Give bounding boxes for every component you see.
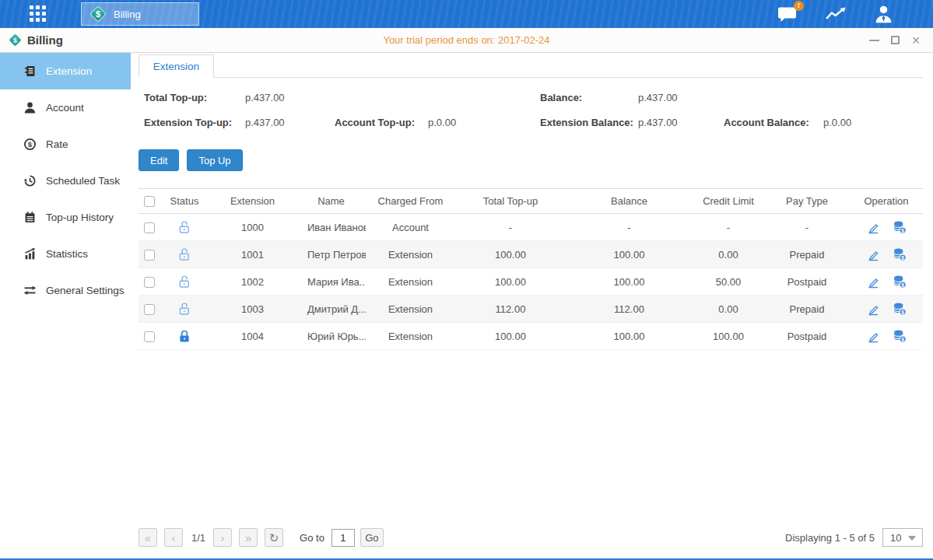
table-body: 1000Иван ИвановAccount----$1001Петр Петр…	[139, 214, 923, 350]
cell-extension: 1003	[209, 296, 296, 323]
sidebar-item-account[interactable]: Account	[0, 89, 131, 126]
lock-open-icon[interactable]	[177, 220, 191, 234]
cell-charged-from: Extension	[366, 323, 455, 350]
lock-closed-icon[interactable]	[177, 329, 191, 343]
cell-charged-from: Extension	[366, 241, 455, 268]
sidebar-item-extension[interactable]: Extension	[0, 53, 131, 89]
cell-balance: 100.00	[566, 268, 693, 296]
svg-text:$: $	[901, 255, 904, 261]
minimize-button[interactable]	[869, 35, 879, 46]
maximize-icon	[891, 36, 900, 44]
cell-charged-from: Extension	[366, 268, 455, 296]
maximize-button[interactable]	[891, 35, 900, 46]
cell-name: Дмитрий Д...	[296, 296, 366, 323]
cell-pay-type: -	[764, 214, 850, 241]
sidebar-item-general-settings[interactable]: General Settings	[0, 272, 131, 309]
row-checkbox[interactable]	[144, 331, 155, 342]
minimize-icon	[869, 40, 879, 41]
topup-extension-icon[interactable]: $	[893, 275, 907, 289]
cell-balance: 100.00	[566, 323, 693, 350]
first-page-button[interactable]: «	[139, 528, 157, 547]
user-icon[interactable]	[873, 4, 894, 25]
cell-charged-from: Account	[366, 214, 455, 241]
sidebar-item-label: Rate	[46, 138, 68, 150]
account-balance-label: Account Balance:	[724, 117, 809, 128]
edit-extension-icon[interactable]	[866, 275, 880, 289]
tab-extension[interactable]: Extension	[139, 54, 214, 78]
page-indicator: 1/1	[191, 532, 205, 544]
account-person-icon	[23, 101, 37, 114]
sidebar-item-statistics[interactable]: Statistics	[0, 236, 131, 272]
sidebar-item-label: General Settings	[46, 285, 125, 296]
cell-credit-limit: 0.00	[693, 241, 764, 268]
summary-panel: Total Top-up: p.437.00 Balance: p.437.00…	[139, 78, 923, 145]
cell-balance: -	[566, 214, 693, 241]
svg-text:$: $	[901, 228, 904, 234]
edit-button[interactable]: Edit	[139, 149, 179, 171]
total-topup-value: p.437.00	[245, 92, 285, 103]
goto-label: Go to	[300, 532, 324, 544]
select-all-checkbox[interactable]	[144, 196, 155, 207]
page-size-select[interactable]: 10	[882, 528, 923, 547]
cell-total-topup: -	[455, 214, 566, 241]
svg-text:$: $	[901, 282, 904, 289]
topup-extension-icon[interactable]: $	[893, 220, 907, 234]
edit-extension-icon[interactable]	[866, 302, 880, 316]
close-button[interactable]: ✕	[911, 35, 921, 46]
last-page-button[interactable]: »	[239, 528, 258, 547]
edit-extension-icon[interactable]	[866, 247, 880, 261]
sidebar-item-label: Statistics	[46, 248, 88, 260]
table-row: 1004Юрий Юрь...Extension100.00100.00100.…	[139, 323, 923, 350]
edit-extension-icon[interactable]	[866, 329, 880, 343]
row-checkbox[interactable]	[144, 250, 155, 261]
col-pay-type: Pay Type	[764, 189, 850, 214]
topup-extension-icon[interactable]: $	[893, 329, 907, 343]
col-balance: Balance	[566, 189, 693, 214]
sidebar-item-topup-history[interactable]: Top-up History	[0, 199, 131, 236]
extension-topup-value: p.437.00	[245, 117, 285, 128]
topup-extension-icon[interactable]: $	[893, 302, 907, 316]
row-checkbox[interactable]	[144, 277, 155, 288]
app-grid-icon[interactable]	[30, 5, 47, 23]
table-row: 1003Дмитрий Д...Extension112.00112.000.0…	[139, 296, 923, 323]
reports-chart-icon[interactable]	[823, 5, 848, 23]
cell-total-topup: 112.00	[455, 296, 566, 323]
col-operation: Operation	[850, 189, 923, 214]
next-page-button[interactable]: ›	[213, 528, 232, 547]
sidebar-item-label: Extension	[46, 65, 92, 77]
go-button[interactable]: Go	[360, 528, 384, 547]
sidebar-item-scheduled-task[interactable]: Scheduled Task	[0, 163, 131, 199]
window-title: Billing	[27, 33, 63, 47]
top-up-button[interactable]: Top Up	[187, 149, 242, 171]
goto-page-input[interactable]	[331, 529, 355, 547]
row-checkbox[interactable]	[144, 222, 155, 233]
topbar-billing-tab[interactable]: $ Billing	[81, 2, 199, 26]
billing-window: $ Billing !	[0, 0, 933, 560]
messages-icon[interactable]: !	[777, 5, 798, 24]
lock-open-icon[interactable]	[177, 247, 191, 261]
lock-open-icon[interactable]	[177, 275, 191, 289]
displaying-text: Displaying 1 - 5 of 5	[785, 532, 875, 544]
row-checkbox[interactable]	[144, 304, 155, 315]
extension-journal-icon	[23, 65, 37, 78]
refresh-button[interactable]: ↻	[265, 528, 283, 547]
account-topup-value: p.0.00	[428, 117, 456, 128]
extension-topup-label: Extension Top-up:	[144, 117, 232, 128]
lock-open-icon[interactable]	[177, 302, 191, 316]
topup-extension-icon[interactable]: $	[893, 247, 907, 261]
col-charged-from: Charged From	[366, 189, 455, 214]
sidebar-item-rate[interactable]: $ Rate	[0, 126, 131, 163]
edit-extension-icon[interactable]	[866, 220, 880, 234]
col-total-topup: Total Top-up	[455, 189, 566, 214]
cell-pay-type: Postpaid	[764, 323, 850, 350]
table-row: 1002Мария Ива...Extension100.00100.0050.…	[139, 268, 923, 296]
balance-value: p.437.00	[638, 92, 678, 103]
sidebar-item-label: Scheduled Task	[46, 175, 120, 187]
svg-text:$: $	[28, 140, 33, 149]
last-page-icon: »	[245, 532, 251, 544]
table-header-row: Status Extension Name Charged From Total…	[139, 189, 923, 214]
statistics-chart-icon	[23, 247, 37, 261]
close-icon: ✕	[911, 34, 921, 47]
cell-name: Юрий Юрь...	[296, 323, 366, 350]
prev-page-button[interactable]: ‹	[164, 528, 183, 547]
